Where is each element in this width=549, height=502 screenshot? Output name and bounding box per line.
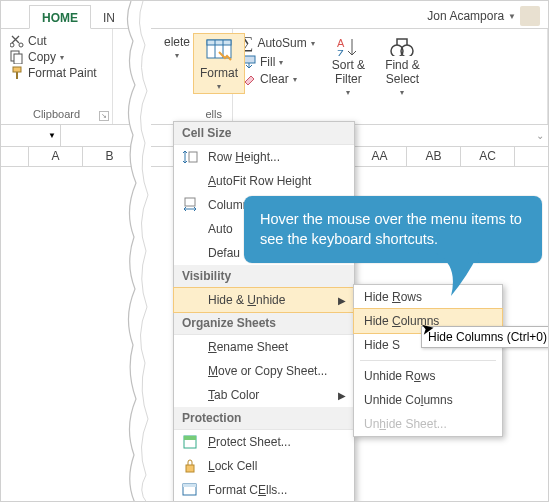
menu-section-organize: Organize Sheets (174, 312, 354, 335)
submenu-unhide-columns[interactable]: Unhide Columns (354, 388, 502, 412)
group-cells: elete ▾ Format ▾ ells (159, 29, 233, 124)
name-box[interactable]: ▼ (1, 125, 61, 146)
copy-icon (10, 50, 24, 64)
svg-point-1 (19, 43, 23, 47)
clear-label: Clear (260, 72, 289, 86)
avatar (520, 6, 540, 26)
callout-text: Hover the mouse over the menu items to s… (244, 196, 542, 263)
hide-unhide-submenu: Hide Rows Hide Columns Hide S Unhide Row… (353, 284, 503, 437)
col-header-b[interactable]: B (83, 147, 137, 166)
copy-button[interactable]: Copy ▾ (7, 49, 106, 65)
chevron-down-icon: ▾ (311, 39, 315, 48)
group-label-clipboard: Clipboard (7, 106, 106, 122)
lock-icon (182, 458, 198, 474)
chevron-down-icon: ▾ (346, 88, 350, 97)
dialog-launcher-clipboard[interactable]: ↘ (99, 111, 109, 121)
col-header-ab[interactable]: AB (407, 147, 461, 166)
fill-label: Fill (260, 55, 275, 69)
fill-button[interactable]: Fill ▾ (239, 54, 318, 70)
paintbrush-icon (10, 66, 24, 80)
menu-row-height[interactable]: Row Height... (174, 145, 354, 169)
annotation-callout: Hover the mouse over the menu items to s… (244, 196, 542, 263)
menu-separator (360, 360, 496, 361)
autosum-button[interactable]: ∑ AutoSum ▾ (239, 33, 318, 53)
chevron-down-icon: ▾ (175, 51, 179, 60)
chevron-down-icon: ▾ (60, 53, 64, 62)
format-painter-label: Format Paint (28, 66, 97, 80)
menu-autofit-col-label: Auto (208, 222, 233, 236)
format-cells-small-icon (182, 482, 198, 498)
account-user[interactable]: Jon Acampora ▼ (427, 6, 540, 26)
format-label: Format (200, 66, 238, 80)
copy-label: Copy (28, 50, 56, 64)
chevron-down-icon: ▾ (400, 88, 404, 97)
sort-icon: AZ (335, 35, 361, 56)
svg-rect-19 (186, 465, 194, 472)
svg-rect-5 (16, 72, 18, 79)
format-cells-icon (205, 36, 233, 64)
row-height-icon (182, 149, 198, 165)
svg-rect-15 (189, 152, 197, 162)
format-button[interactable]: Format ▾ (193, 33, 245, 94)
scissors-icon (10, 34, 24, 48)
col-header-a[interactable]: A (29, 147, 83, 166)
menu-default-width-label: Defau (208, 246, 240, 260)
shield-icon (182, 434, 198, 450)
menu-protect-sheet[interactable]: Protect Sheet... (174, 430, 354, 454)
chevron-down-icon: ▾ (279, 58, 283, 67)
menu-lock-cell[interactable]: Lock Cell (174, 454, 354, 478)
svg-text:Z: Z (337, 48, 344, 56)
clear-button[interactable]: Clear ▾ (239, 71, 318, 87)
group-label-editing (239, 106, 541, 122)
svg-rect-7 (207, 40, 231, 45)
submenu-arrow-icon: ▶ (338, 390, 346, 401)
sort-filter-button[interactable]: AZ Sort & Filter ▾ (326, 33, 371, 99)
column-width-icon (182, 197, 198, 213)
sort-label: Sort & Filter (332, 58, 365, 86)
ribbon: Cut Copy ▾ Format Paint Clipboard ↘ elet… (1, 29, 548, 125)
submenu-hide-sheet-label: Hide S (364, 338, 400, 352)
user-name-label: Jon Acampora (427, 9, 504, 23)
chevron-down-icon: ▾ (217, 82, 221, 91)
select-all-corner[interactable] (1, 147, 29, 166)
svg-rect-18 (184, 436, 196, 440)
format-dropdown-menu: Cell Size Row Height... AutoFit Row Heig… (173, 121, 355, 502)
delete-button-fragment[interactable]: elete ▾ (165, 33, 189, 62)
menu-move-copy-sheet[interactable]: Move or Copy Sheet... (174, 359, 354, 383)
menu-rename-sheet[interactable]: Rename Sheet (174, 335, 354, 359)
chevron-down-icon: ▼ (48, 131, 56, 140)
chevron-down-icon: ▾ (293, 75, 297, 84)
chevron-down-icon: ▼ (508, 12, 516, 21)
expand-formula-bar[interactable]: ⌄ (536, 130, 544, 141)
group-clipboard: Cut Copy ▾ Format Paint Clipboard ↘ (1, 29, 113, 124)
tab-insert-fragment[interactable]: IN (91, 6, 127, 28)
menu-section-cellsize: Cell Size (174, 122, 354, 145)
format-painter-button[interactable]: Format Paint (7, 65, 106, 81)
menu-hide-unhide[interactable]: Hide & Unhide ▶ (173, 287, 355, 313)
col-header-aa[interactable]: AA (353, 147, 407, 166)
menu-format-cells[interactable]: Format CElls... (174, 478, 354, 502)
submenu-unhide-rows[interactable]: Unhide Rows (354, 364, 502, 388)
autosum-label: AutoSum (257, 36, 306, 50)
group-editing: ∑ AutoSum ▾ Fill ▾ Clear ▾ AZ Sort & Fil… (233, 29, 548, 124)
tab-home[interactable]: HOME (29, 5, 91, 29)
menu-tab-color[interactable]: Tab Color▶ (174, 383, 354, 407)
svg-rect-3 (14, 54, 22, 64)
submenu-unhide-sheet: Unhide Sheet... (354, 412, 502, 436)
cut-label: Cut (28, 34, 47, 48)
group-label-cells: ells (165, 106, 226, 122)
col-header-ac[interactable]: AC (461, 147, 515, 166)
menu-autofit-row[interactable]: AutoFit Row Height (174, 169, 354, 193)
cut-button[interactable]: Cut (7, 33, 106, 49)
find-label: Find & Select (385, 58, 420, 86)
submenu-arrow-icon: ▶ (338, 295, 346, 306)
find-select-button[interactable]: Find & Select ▾ (379, 33, 426, 99)
svg-rect-4 (13, 67, 21, 72)
tooltip-hide-columns: Hide Columns (Ctrl+0) (421, 326, 549, 348)
menu-section-protection: Protection (174, 407, 354, 430)
ribbon-tabbar: HOME IN Jon Acampora ▼ (1, 1, 548, 29)
svg-point-0 (10, 43, 14, 47)
menu-section-visibility: Visibility (174, 265, 354, 288)
callout-tail-icon (429, 244, 489, 304)
delete-label-fragment: elete (164, 35, 190, 49)
